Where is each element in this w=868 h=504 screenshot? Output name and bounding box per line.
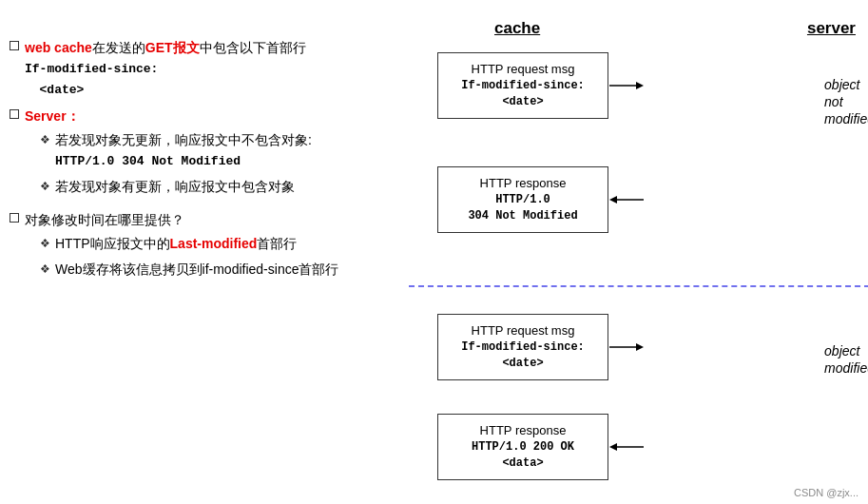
sub-bullet-3-1-text: HTTP响应报文中的Last-modified首部行 bbox=[55, 234, 297, 254]
bullet-square-1 bbox=[10, 41, 19, 50]
text-web-cache: web cache bbox=[25, 40, 92, 55]
http-box-4: HTTP response HTTP/1.0 200 OK <data> bbox=[437, 414, 608, 480]
annotation-modified: objectmodified bbox=[824, 342, 868, 377]
watermark: CSDN @zjx... bbox=[794, 487, 858, 498]
bullet-1-text: web cache在发送的GET报文中包含以下首部行 If-modified-s… bbox=[25, 38, 306, 99]
http-box-1: HTTP request msg If-modified-since: <dat… bbox=[437, 52, 608, 119]
box3-line2: <date> bbox=[448, 356, 598, 372]
text-http-response-prefix: HTTP响应报文中的 bbox=[55, 236, 170, 251]
annotation-not-modified: objectnotmodified bbox=[824, 76, 868, 128]
svg-marker-5 bbox=[636, 343, 644, 351]
bullet-2: Server： ❖ 若发现对象无更新，响应报文中不包含对象: HTTP/1.0 … bbox=[10, 107, 371, 203]
box4-title: HTTP response bbox=[448, 422, 598, 439]
diamond-icon-1: ❖ bbox=[40, 131, 50, 148]
sub-bullet-2-1-text: 若发现对象无更新，响应报文中不包含对象: HTTP/1.0 304 Not Mo… bbox=[55, 130, 312, 171]
sub-bullet-3-2-text: Web缓存将该信息拷贝到if-modified-since首部行 bbox=[55, 260, 338, 280]
box2-title: HTTP response bbox=[448, 175, 598, 192]
box1-line1: If-modified-since: bbox=[448, 78, 598, 94]
text-no-update: 若发现对象无更新，响应报文中不包含对象: bbox=[55, 132, 312, 147]
arrow-left-1 bbox=[609, 194, 644, 205]
box4-line1: HTTP/1.0 200 OK bbox=[448, 439, 598, 456]
box1-line2: <date> bbox=[448, 94, 598, 110]
box-2: HTTP response HTTP/1.0 304 Not Modified bbox=[437, 166, 608, 233]
sub-bullets-3: ❖ HTTP响应报文中的Last-modified首部行 ❖ Web缓存将该信息… bbox=[40, 234, 338, 280]
svg-marker-7 bbox=[609, 443, 617, 451]
diamond-icon-2: ❖ bbox=[40, 178, 50, 195]
mono-304: HTTP/1.0 304 Not Modified bbox=[55, 154, 241, 168]
bullet-square-2 bbox=[10, 109, 19, 119]
bullet-3: 对象修改时间在哪里提供？ ❖ HTTP响应报文中的Last-modified首部… bbox=[10, 210, 371, 285]
box3-title: HTTP request msg bbox=[448, 322, 598, 339]
text-with-update: 若发现对象有更新，响应报文中包含对象 bbox=[55, 179, 295, 194]
sub-bullet-2-2-text: 若发现对象有更新，响应报文中包含对象 bbox=[55, 177, 295, 197]
http-box-2: HTTP response HTTP/1.0 304 Not Modified bbox=[437, 166, 608, 233]
right-panel: cache server HTTP request msg If-modifie… bbox=[380, 10, 868, 494]
text-where-time: 对象修改时间在哪里提供？ bbox=[25, 212, 184, 227]
sub-bullet-2-2: ❖ 若发现对象有更新，响应报文中包含对象 bbox=[40, 177, 312, 197]
text-get: GET报文 bbox=[145, 40, 200, 55]
cache-label: cache bbox=[494, 19, 540, 38]
text-last-modified: Last-modified bbox=[170, 236, 258, 251]
bullet-square-3 bbox=[10, 213, 19, 223]
text-web-cache-copy: Web缓存将该信息拷贝到if-modified-since首部行 bbox=[55, 262, 338, 277]
text-get-prefix: 在发送的 bbox=[92, 40, 145, 55]
box3-line1: If-modified-since: bbox=[448, 339, 598, 356]
mono-date: <date> bbox=[40, 83, 85, 97]
diamond-icon-3: ❖ bbox=[40, 235, 50, 252]
box-1: HTTP request msg If-modified-since: <dat… bbox=[437, 52, 608, 119]
svg-marker-1 bbox=[636, 82, 644, 89]
diagram-container: cache server HTTP request msg If-modifie… bbox=[380, 19, 868, 504]
box-3: HTTP request msg If-modified-since: <dat… bbox=[437, 314, 608, 380]
sub-bullets-2: ❖ 若发现对象无更新，响应报文中不包含对象: HTTP/1.0 304 Not … bbox=[40, 130, 312, 197]
http-box-3: HTTP request msg If-modified-since: <dat… bbox=[437, 314, 608, 380]
dashed-divider bbox=[409, 285, 868, 287]
svg-marker-3 bbox=[609, 196, 617, 204]
box2-line2: 304 Not Modified bbox=[448, 208, 598, 224]
box1-title: HTTP request msg bbox=[448, 61, 598, 78]
text-contains: 中包含以下首部行 bbox=[200, 40, 306, 55]
sub-bullet-3-1: ❖ HTTP响应报文中的Last-modified首部行 bbox=[40, 234, 338, 254]
mono-if-modified: If-modified-since: bbox=[25, 62, 158, 76]
bullet-2-text: Server： ❖ 若发现对象无更新，响应报文中不包含对象: HTTP/1.0 … bbox=[25, 107, 312, 203]
text-header-row: 首部行 bbox=[257, 236, 297, 251]
arrow-left-2 bbox=[609, 441, 644, 453]
text-server-label: Server： bbox=[25, 108, 80, 124]
bullet-1: web cache在发送的GET报文中包含以下首部行 If-modified-s… bbox=[10, 38, 371, 99]
box4-line2: <data> bbox=[448, 456, 598, 472]
bullet-3-text: 对象修改时间在哪里提供？ ❖ HTTP响应报文中的Last-modified首部… bbox=[25, 210, 338, 285]
diamond-icon-4: ❖ bbox=[40, 261, 50, 278]
arrow-right-2 bbox=[609, 341, 644, 353]
sub-bullet-3-2: ❖ Web缓存将该信息拷贝到if-modified-since首部行 bbox=[40, 260, 338, 280]
annot-modified-text: objectmodified bbox=[824, 343, 868, 376]
annot-not-modified-text: objectnotmodified bbox=[824, 77, 868, 126]
left-panel: web cache在发送的GET报文中包含以下首部行 If-modified-s… bbox=[10, 10, 380, 494]
server-label: server bbox=[807, 19, 856, 38]
arrow-right-1 bbox=[609, 80, 644, 91]
box-4: HTTP response HTTP/1.0 200 OK <data> bbox=[437, 414, 608, 480]
sub-bullet-2-1: ❖ 若发现对象无更新，响应报文中不包含对象: HTTP/1.0 304 Not … bbox=[40, 130, 312, 171]
box2-line1: HTTP/1.0 bbox=[448, 192, 598, 208]
